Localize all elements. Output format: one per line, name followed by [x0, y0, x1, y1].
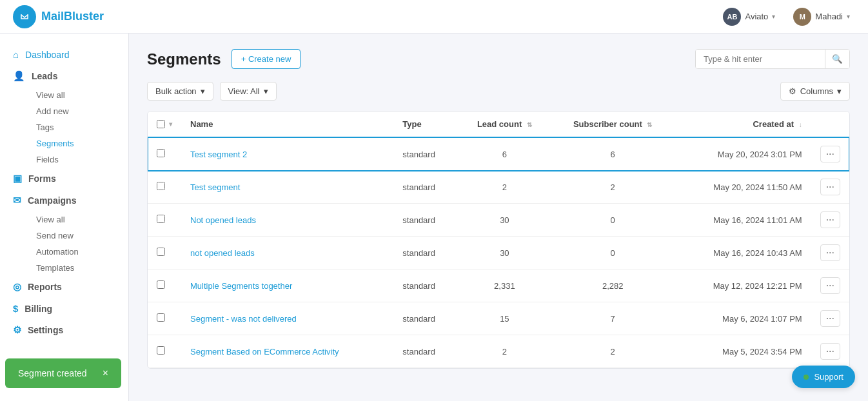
row-checkbox[interactable]: [157, 182, 165, 190]
aviato-name: Aviato: [745, 12, 768, 21]
row-name-link[interactable]: Test segment: [190, 182, 240, 192]
toast-close-button[interactable]: ×: [103, 367, 108, 379]
person-icon: 👤: [13, 70, 25, 82]
table-row: Test segment standard 2 2 May 20, 2024 1…: [148, 171, 849, 204]
row-checkbox[interactable]: [157, 215, 165, 223]
row-checkbox-cell: [148, 302, 181, 335]
row-actions-cell: ···: [811, 335, 849, 368]
sidebar-campaigns-templates[interactable]: Templates: [23, 260, 128, 276]
sidebar-forms-section[interactable]: ▣ Forms: [0, 168, 128, 190]
row-actions-cell: ···: [811, 204, 849, 237]
sidebar-leads-segments[interactable]: Segments: [23, 135, 128, 152]
campaigns-icon: ✉: [13, 195, 21, 206]
row-checkbox[interactable]: [157, 149, 165, 157]
app-layout: ⌂ Dashboard 👤 Leads View all Add new Tag…: [0, 0, 868, 401]
row-actions-cell: ···: [811, 171, 849, 204]
create-new-button[interactable]: + Create new: [232, 49, 301, 69]
top-navigation: MailBluster AB Aviato ▾ M Mahadi ▾: [0, 0, 868, 34]
row-options-button[interactable]: ···: [820, 146, 840, 162]
toast-message: Segment created: [18, 368, 87, 378]
row-lead-count-cell: 6: [458, 137, 551, 171]
sidebar-leads-view-all[interactable]: View all: [23, 87, 128, 103]
row-name-link[interactable]: not opened leads: [190, 248, 255, 258]
sidebar-billing-section[interactable]: $ Billing: [0, 298, 128, 319]
row-subscriber-count-cell: 0: [551, 204, 675, 237]
bulk-action-label: Bulk action: [155, 86, 197, 96]
row-options-button[interactable]: ···: [820, 310, 840, 327]
row-options-button[interactable]: ···: [820, 244, 840, 261]
mahadi-user-menu[interactable]: M Mahadi ▾: [788, 5, 855, 28]
row-name-cell: not opened leads: [181, 237, 393, 269]
row-options-button[interactable]: ···: [820, 179, 840, 195]
row-name-cell: Segment Based on ECommerce Activity: [181, 335, 393, 368]
sidebar-campaigns-automation[interactable]: Automation: [23, 244, 128, 260]
table-row: Segment Based on ECommerce Activity stan…: [148, 335, 849, 368]
toast-notification: Segment created ×: [5, 358, 121, 388]
select-all-checkbox[interactable]: [157, 120, 165, 128]
row-actions-cell: ···: [811, 269, 849, 302]
row-checkbox[interactable]: [157, 346, 165, 355]
sidebar-leads-add-new[interactable]: Add new: [23, 103, 128, 119]
th-type: Type: [393, 112, 458, 137]
row-options-button[interactable]: ···: [820, 343, 840, 360]
created-at-sort-icon: ↓: [799, 121, 802, 128]
row-options-button[interactable]: ···: [820, 211, 840, 228]
sidebar-dashboard-label: Dashboard: [25, 50, 70, 60]
sidebar-campaigns-send-new[interactable]: Send new: [23, 228, 128, 244]
sidebar-reports-section[interactable]: ◎ Reports: [0, 276, 128, 298]
reports-icon: ◎: [13, 281, 21, 293]
sidebar-leads-fields[interactable]: Fields: [23, 152, 128, 168]
row-name-link[interactable]: Not opened leads: [190, 215, 256, 225]
subscriber-count-sort-icon: ⇅: [647, 121, 652, 128]
sidebar-reports-label: Reports: [28, 282, 62, 292]
row-created-at-cell: May 6, 2024 1:07 PM: [675, 302, 811, 335]
row-name-link[interactable]: Test segment 2: [190, 150, 247, 159]
mahadi-chevron-icon: ▾: [847, 13, 850, 20]
row-actions-cell: ···: [811, 137, 849, 171]
home-icon: ⌂: [13, 49, 19, 60]
create-new-label: + Create new: [241, 54, 291, 64]
logo-text: MailBluster: [41, 10, 104, 23]
search-input[interactable]: [696, 50, 825, 68]
bulk-action-dropdown[interactable]: Bulk action ▾: [147, 82, 213, 101]
row-checkbox[interactable]: [157, 313, 165, 322]
columns-button[interactable]: ⚙ Columns ▾: [780, 82, 850, 101]
search-icon: 🔍: [832, 54, 843, 64]
row-lead-count-cell: 15: [458, 302, 551, 335]
sidebar-campaigns-view-all[interactable]: View all: [23, 211, 128, 228]
support-button[interactable]: Support: [792, 366, 855, 388]
view-dropdown[interactable]: View: All ▾: [220, 82, 277, 101]
row-name-link[interactable]: Multiple Segments together: [190, 281, 292, 291]
row-type-cell: standard: [393, 137, 458, 171]
row-type-cell: standard: [393, 269, 458, 302]
row-checkbox-cell: [148, 269, 181, 302]
aviato-user-menu[interactable]: AB Aviato ▾: [718, 5, 780, 28]
th-chevron-icon: ▾: [169, 121, 172, 128]
sidebar-campaigns-section[interactable]: ✉ Campaigns: [0, 190, 128, 211]
row-checkbox[interactable]: [157, 248, 165, 256]
page-title: Segments: [147, 50, 221, 68]
row-name-link[interactable]: Segment Based on ECommerce Activity: [190, 347, 339, 357]
row-created-at-cell: May 5, 2024 3:54 PM: [675, 335, 811, 368]
row-created-at-cell: May 12, 2024 12:21 PM: [675, 269, 811, 302]
sidebar-item-dashboard[interactable]: ⌂ Dashboard: [0, 44, 128, 65]
aviato-chevron-icon: ▾: [772, 13, 775, 20]
sidebar-billing-label: Billing: [25, 304, 52, 314]
row-options-button[interactable]: ···: [820, 277, 840, 294]
support-status-dot: [804, 375, 809, 380]
sidebar-leads-tags[interactable]: Tags: [23, 119, 128, 135]
row-checkbox-cell: [148, 237, 181, 269]
logo-area: MailBluster: [13, 5, 104, 28]
row-subscriber-count-cell: 7: [551, 302, 675, 335]
search-button[interactable]: 🔍: [825, 50, 849, 68]
svg-point-0: [19, 11, 30, 23]
table-row: not opened leads standard 30 0 May 16, 2…: [148, 237, 849, 269]
sidebar-settings-section[interactable]: ⚙ Settings: [0, 319, 128, 341]
sidebar-leads-section[interactable]: 👤 Leads: [0, 65, 128, 87]
settings-icon: ⚙: [13, 324, 21, 336]
forms-icon: ▣: [13, 173, 22, 184]
view-chevron-icon: ▾: [264, 86, 268, 96]
row-checkbox[interactable]: [157, 280, 165, 289]
row-name-link[interactable]: Segment - was not delivered: [190, 314, 297, 324]
main-content: Segments + Create new 🔍 Bulk action ▾ Vi…: [129, 34, 868, 401]
